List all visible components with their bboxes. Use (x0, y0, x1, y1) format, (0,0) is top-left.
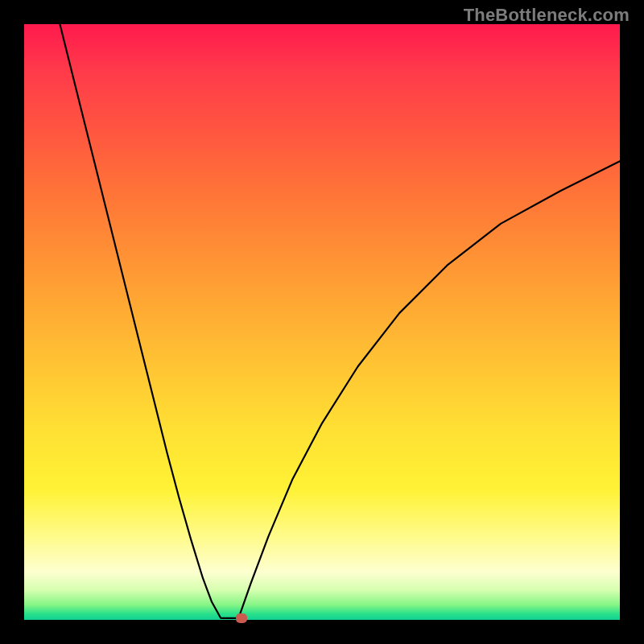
optimum-marker (236, 613, 247, 623)
watermark-text: TheBottleneck.com (464, 5, 630, 26)
bottleneck-curve (24, 24, 620, 620)
chart-frame: TheBottleneck.com (0, 0, 644, 644)
